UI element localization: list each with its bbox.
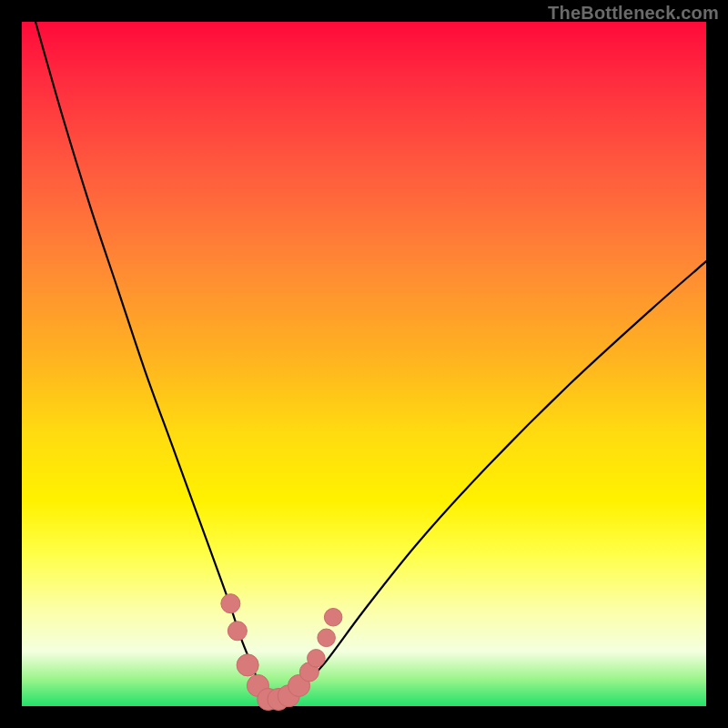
curve-marker: [324, 608, 342, 626]
chart-svg: [22, 22, 706, 706]
bottleneck-curve: [35, 22, 706, 700]
curve-marker: [228, 622, 247, 641]
curve-marker: [318, 629, 336, 647]
curve-marker: [221, 594, 240, 613]
curve-markers: [221, 594, 342, 711]
watermark-text: TheBottleneck.com: [548, 3, 719, 24]
chart-canvas: [22, 22, 706, 706]
curve-marker: [237, 654, 258, 676]
curve-marker: [308, 650, 326, 668]
